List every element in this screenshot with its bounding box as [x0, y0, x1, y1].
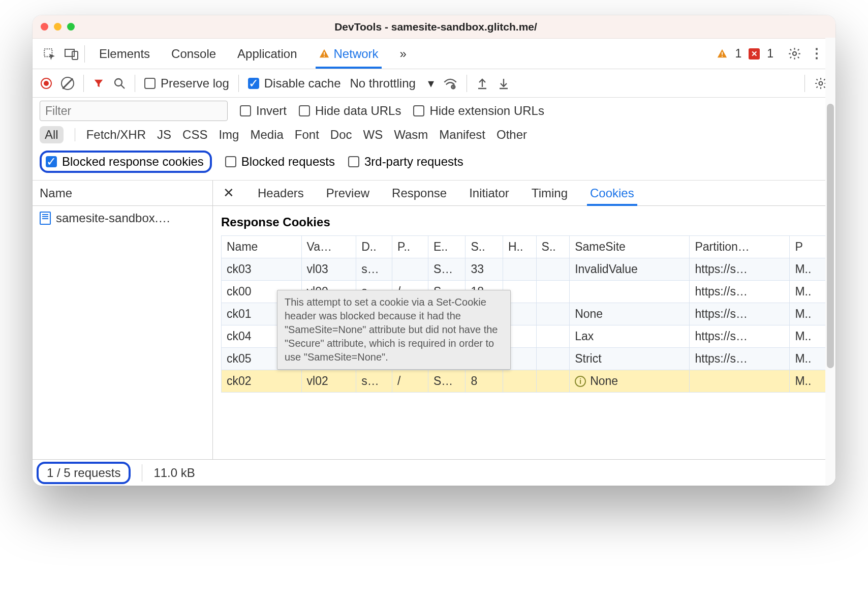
minimize-window-button[interactable]: [54, 23, 61, 31]
upload-har-icon[interactable]: [476, 77, 488, 90]
network-conditions-icon[interactable]: [443, 77, 457, 89]
type-ws[interactable]: WS: [363, 128, 383, 142]
requests-count: 1 / 5 requests: [37, 462, 131, 484]
type-doc[interactable]: Doc: [330, 128, 352, 142]
table-row[interactable]: ck02vl02s…/S…8iNoneM..: [222, 370, 827, 393]
tab-console[interactable]: Console: [170, 41, 217, 67]
svg-rect-4: [324, 55, 325, 56]
network-toolbar: Preserve log ✓Disable cache No throttlin…: [33, 69, 835, 98]
throttling-select[interactable]: No throttling ▾: [350, 76, 433, 91]
invert-checkbox[interactable]: Invert: [240, 104, 287, 118]
error-icon: ✕: [749, 48, 760, 59]
svg-point-11: [819, 81, 823, 85]
device-toolbar-icon[interactable]: [62, 44, 81, 64]
block-filters-row: ✓ Blocked response cookies Blocked reque…: [33, 148, 835, 181]
hide-data-urls-checkbox[interactable]: Hide data URLs: [299, 104, 401, 118]
filter-row: Invert Hide data URLs Hide extension URL…: [33, 98, 835, 124]
dtab-timing[interactable]: Timing: [531, 182, 569, 204]
svg-rect-2: [72, 51, 78, 59]
type-css[interactable]: CSS: [182, 128, 207, 142]
type-js[interactable]: JS: [157, 128, 171, 142]
request-name: samesite-sandbox.…: [56, 211, 170, 225]
type-all[interactable]: All: [40, 126, 64, 143]
blocked-response-cookies-checkbox[interactable]: ✓ Blocked response cookies: [40, 151, 212, 173]
download-har-icon[interactable]: [498, 77, 510, 90]
status-bar: 1 / 5 requests 11.0 kB: [33, 459, 835, 486]
type-other[interactable]: Other: [497, 128, 527, 142]
document-icon: [40, 212, 51, 225]
request-list-header[interactable]: Name: [33, 181, 212, 206]
dtab-response[interactable]: Response: [391, 182, 448, 204]
filter-input[interactable]: [40, 101, 228, 121]
network-main: Name samesite-sandbox.… ✕ Headers Previe…: [33, 181, 835, 459]
type-media[interactable]: Media: [250, 128, 283, 142]
svg-line-9: [121, 85, 125, 88]
dtab-headers[interactable]: Headers: [257, 182, 305, 204]
window-title: DevTools - samesite-sandbox.glitch.me/: [75, 21, 797, 33]
detail-tabbar: ✕ Headers Preview Response Initiator Tim…: [213, 181, 835, 206]
zoom-window-button[interactable]: [67, 23, 75, 31]
table-row[interactable]: ck03vl03s…S…33InvalidValuehttps://s…M..: [222, 258, 827, 281]
main-tabbar: Elements Console Application Network » 1…: [33, 39, 835, 69]
chevron-down-icon: ▾: [428, 76, 434, 91]
svg-point-7: [792, 52, 796, 55]
dtab-initiator[interactable]: Initiator: [468, 182, 510, 204]
svg-point-8: [115, 79, 122, 86]
warning-icon: [319, 48, 330, 59]
tabs-overflow[interactable]: »: [399, 41, 408, 67]
cookie-blocked-tooltip: This attempt to set a cookie via a Set-C…: [277, 290, 511, 370]
window-controls: [41, 23, 75, 31]
type-font[interactable]: Font: [295, 128, 319, 142]
record-button[interactable]: [41, 78, 52, 89]
type-fetch-xhr[interactable]: Fetch/XHR: [86, 128, 146, 142]
issue-badges[interactable]: 1 ✕ 1: [717, 47, 773, 61]
warnings-count: 1: [735, 47, 741, 61]
dtab-preview[interactable]: Preview: [325, 182, 370, 204]
settings-gear-icon[interactable]: [785, 44, 804, 64]
dtab-cookies[interactable]: Cookies: [589, 182, 635, 204]
search-icon[interactable]: [113, 77, 126, 89]
type-wasm[interactable]: Wasm: [394, 128, 428, 142]
request-list-pane: Name samesite-sandbox.…: [33, 181, 213, 459]
type-img[interactable]: Img: [219, 128, 239, 142]
filter-toggle-icon[interactable]: [93, 78, 104, 89]
blocked-requests-checkbox[interactable]: Blocked requests: [225, 155, 335, 169]
third-party-requests-checkbox[interactable]: 3rd-party requests: [348, 155, 463, 169]
clear-button[interactable]: [61, 77, 74, 90]
devtools-window: DevTools - samesite-sandbox.glitch.me/ E…: [33, 15, 835, 486]
table-header-row[interactable]: NameVa… D..P.. E..S.. H..S.. SameSitePar…: [222, 236, 827, 258]
info-icon[interactable]: i: [575, 376, 586, 387]
svg-rect-1: [65, 49, 74, 56]
disable-cache-checkbox[interactable]: ✓Disable cache: [248, 76, 341, 91]
request-row[interactable]: samesite-sandbox.…: [33, 206, 212, 230]
errors-count: 1: [767, 47, 773, 61]
close-window-button[interactable]: [41, 23, 48, 31]
preserve-log-checkbox[interactable]: Preserve log: [144, 76, 229, 91]
tab-elements[interactable]: Elements: [98, 41, 151, 67]
transfer-size: 11.0 kB: [153, 466, 195, 480]
titlebar: DevTools - samesite-sandbox.glitch.me/: [33, 15, 835, 39]
resource-type-filter: All Fetch/XHR JS CSS Img Media Font Doc …: [33, 124, 835, 148]
checkbox-checked-icon: ✓: [46, 156, 57, 167]
tab-application[interactable]: Application: [236, 41, 298, 67]
window-scrollbar[interactable]: [825, 38, 835, 486]
close-detail-icon[interactable]: ✕: [221, 185, 236, 201]
inspect-element-icon[interactable]: [40, 44, 59, 64]
kebab-menu-icon[interactable]: ⋮: [807, 44, 826, 64]
hide-extension-urls-checkbox[interactable]: Hide extension URLs: [413, 104, 544, 118]
response-cookies-heading: Response Cookies: [221, 215, 827, 229]
type-manifest[interactable]: Manifest: [439, 128, 485, 142]
warning-icon: [717, 48, 728, 59]
svg-rect-6: [722, 55, 723, 56]
tab-network[interactable]: Network: [318, 41, 380, 67]
detail-pane: ✕ Headers Preview Response Initiator Tim…: [213, 181, 835, 459]
svg-rect-3: [324, 52, 325, 55]
svg-rect-5: [722, 52, 723, 55]
